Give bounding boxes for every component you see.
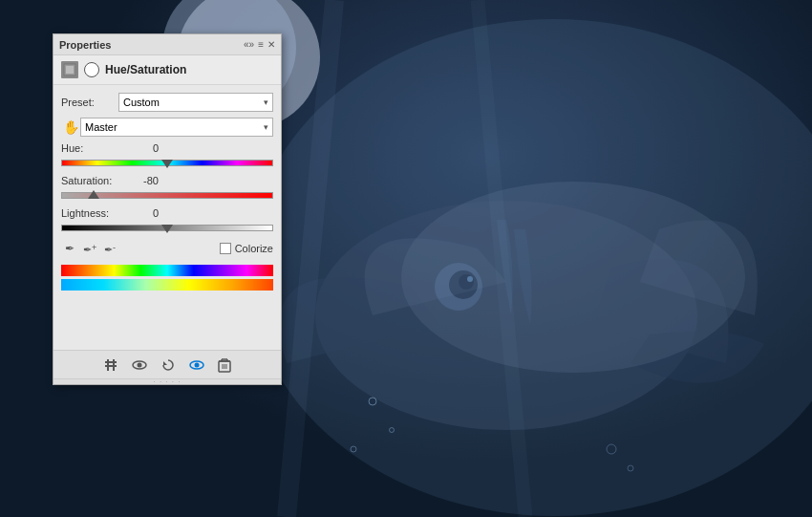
svg-rect-23	[113, 359, 115, 371]
hue-value: 0	[130, 142, 159, 154]
preset-value: Custom	[123, 97, 160, 108]
output-bar	[61, 279, 273, 291]
lightness-slider-track[interactable]	[61, 225, 273, 231]
rainbow-bar	[61, 265, 273, 276]
preset-label: Preset:	[61, 97, 118, 108]
svg-marker-26	[163, 361, 167, 365]
lightness-slider-track-container[interactable]	[61, 221, 273, 234]
svg-text:✒: ✒	[104, 244, 113, 255]
saturation-slider-track[interactable]	[61, 192, 273, 199]
view-toggle-icon[interactable]	[132, 358, 147, 372]
tools-group: ✒ ✒ + ✒ -	[61, 240, 120, 257]
svg-text:+: +	[92, 243, 96, 252]
collapse-button[interactable]: «»	[244, 40, 254, 50]
channel-dropdown[interactable]: Master ▾	[80, 118, 273, 137]
channel-dropdown-arrow: ▾	[264, 122, 268, 132]
hue-section: Hue: 0	[61, 142, 273, 169]
reset-icon[interactable]	[160, 357, 176, 373]
layer-icon	[61, 61, 78, 78]
lightness-section: Lightness: 0	[61, 207, 273, 234]
saturation-label-row: Saturation: -80	[61, 175, 273, 186]
hue-label-row: Hue: 0	[61, 142, 273, 154]
svg-rect-22	[107, 359, 109, 371]
svg-rect-15	[66, 66, 74, 74]
resize-handle[interactable]: · · · · ·	[53, 378, 281, 384]
adjustment-icon	[84, 62, 99, 77]
saturation-value: -80	[130, 175, 159, 186]
eyedropper-icon[interactable]: ✒	[61, 240, 78, 257]
color-bars	[61, 265, 273, 291]
hue-slider-track[interactable]	[61, 160, 273, 166]
channel-value: Master	[85, 121, 118, 133]
active-view-icon[interactable]	[189, 358, 204, 372]
svg-point-25	[138, 362, 142, 367]
svg-point-28	[195, 362, 200, 367]
titlebar-controls: «» ≡ ✕	[244, 40, 275, 50]
preset-row: Preset: Custom ▾	[61, 93, 273, 112]
svg-rect-21	[105, 365, 117, 367]
panel-header-title: Hue/Saturation	[105, 63, 186, 76]
panel-footer	[53, 350, 281, 378]
panel-body: Preset: Custom ▾ ✋ Master ▾ Hue: 0	[53, 85, 281, 350]
saturation-slider-thumb[interactable]	[88, 190, 99, 199]
hue-slider-track-container[interactable]	[61, 156, 273, 169]
hue-slider-thumb[interactable]	[161, 160, 173, 168]
lightness-slider-thumb[interactable]	[161, 225, 173, 233]
saturation-section: Saturation: -80	[61, 175, 273, 202]
colorize-checkbox[interactable]	[220, 243, 231, 254]
clip-icon[interactable]	[103, 357, 118, 373]
channel-row: ✋ Master ▾	[61, 118, 273, 137]
properties-panel: Properties «» ≡ ✕ Hue/Saturation Preset:…	[53, 33, 282, 385]
panel-title: Properties	[59, 39, 111, 51]
svg-text:✒: ✒	[83, 244, 92, 255]
preset-dropdown[interactable]: Custom ▾	[118, 93, 273, 112]
delete-icon[interactable]	[218, 357, 231, 373]
menu-button[interactable]: ≡	[258, 40, 264, 50]
tools-colorize-row: ✒ ✒ + ✒ - Colorize	[61, 240, 273, 257]
colorize-group: Colorize	[220, 243, 273, 254]
close-button[interactable]: ✕	[267, 40, 275, 50]
lightness-value: 0	[130, 207, 159, 219]
saturation-slider-track-container[interactable]	[61, 188, 273, 202]
panel-header: Hue/Saturation	[53, 55, 281, 85]
empty-area	[61, 296, 273, 344]
saturation-label: Saturation:	[61, 175, 130, 186]
svg-text:-: -	[113, 243, 116, 252]
preset-dropdown-arrow: ▾	[264, 97, 268, 107]
lightness-label-row: Lightness: 0	[61, 207, 273, 219]
lightness-label: Lightness:	[61, 207, 130, 219]
eyedropper-add-icon[interactable]: ✒ +	[82, 240, 99, 257]
panel-titlebar: Properties «» ≡ ✕	[53, 34, 281, 55]
svg-rect-20	[105, 361, 117, 363]
hue-label: Hue:	[61, 142, 130, 154]
colorize-label: Colorize	[235, 243, 273, 254]
eyedropper-sub-icon[interactable]: ✒ -	[103, 240, 120, 257]
hand-tool-icon[interactable]: ✋	[61, 118, 80, 137]
resize-dots: · · · · ·	[153, 377, 181, 386]
